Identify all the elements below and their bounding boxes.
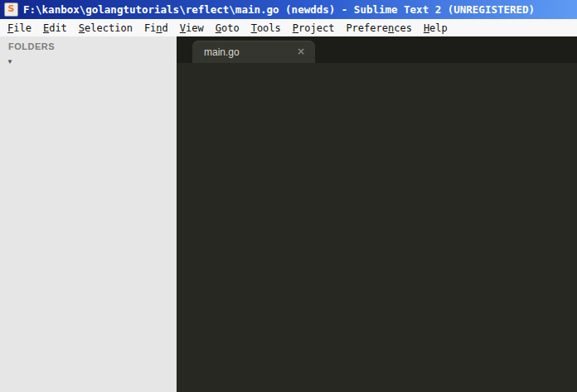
- menu-item-help[interactable]: Help: [418, 21, 453, 36]
- menu-item-selection[interactable]: Selection: [73, 21, 138, 36]
- tab-close-icon[interactable]: ×: [297, 46, 305, 57]
- tree-item-golangtutorials[interactable]: ▼: [0, 54, 177, 70]
- folders-header: FOLDERS: [0, 36, 177, 54]
- menu-item-preferences[interactable]: Preferences: [340, 21, 418, 36]
- folder-tree: ▼: [0, 54, 177, 70]
- tab-main-go[interactable]: main.go ×: [192, 41, 315, 63]
- menu-item-edit[interactable]: Edit: [37, 21, 73, 36]
- code-editor[interactable]: [177, 63, 577, 392]
- menu-item-view[interactable]: View: [174, 21, 210, 36]
- menu-item-goto[interactable]: Goto: [210, 21, 245, 36]
- tab-bar: main.go ×: [177, 36, 577, 63]
- menu-item-find[interactable]: Find: [138, 21, 174, 36]
- collapse-arrow-icon[interactable]: ▼: [6, 58, 14, 65]
- menu-bar: FileEditSelectionFindViewGotoToolsProjec…: [0, 19, 577, 37]
- menu-item-file[interactable]: File: [2, 21, 37, 36]
- sublime-app-icon: S: [4, 2, 18, 17]
- editor-pane: main.go ×: [177, 36, 577, 392]
- tab-label: main.go: [192, 46, 240, 58]
- sidebar: FOLDERS ▼: [0, 36, 177, 392]
- title-bar: S F:\kanbox\golangtutorials\reflect\main…: [0, 0, 577, 19]
- window-title: F:\kanbox\golangtutorials\reflect\main.g…: [23, 3, 535, 16]
- menu-item-tools[interactable]: Tools: [245, 21, 287, 36]
- menu-item-project[interactable]: Project: [287, 21, 341, 36]
